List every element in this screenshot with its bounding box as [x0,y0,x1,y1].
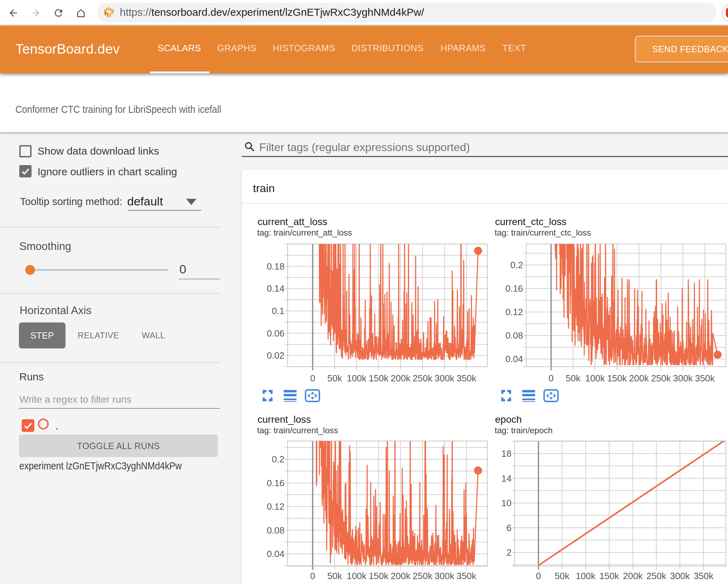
svg-text:0.02: 0.02 [267,350,284,361]
svg-text:10: 10 [501,498,511,508]
svg-text:50k: 50k [327,373,342,383]
svg-text:0.12: 0.12 [505,307,523,317]
svg-text:200k: 200k [391,571,411,581]
svg-text:250k: 250k [646,571,666,581]
svg-text:50k: 50k [327,571,342,581]
svg-text:250k: 250k [651,373,671,383]
svg-text:100k: 100k [576,571,596,581]
svg-text:2: 2 [507,547,511,558]
svg-text:350k: 350k [456,373,476,383]
svg-text:200k: 200k [391,373,411,383]
svg-text:6: 6 [507,523,511,533]
svg-text:300k: 300k [670,571,690,581]
svg-text:18: 18 [501,448,511,459]
svg-text:0: 0 [536,571,541,581]
svg-text:300k: 300k [435,571,455,581]
svg-text:100k: 100k [347,571,367,581]
svg-text:0: 0 [549,373,554,383]
svg-text:0.12: 0.12 [267,501,284,512]
svg-text:0: 0 [310,373,315,383]
svg-text:350k: 350k [456,571,476,581]
svg-text:0.16: 0.16 [267,478,284,488]
svg-text:150k: 150k [369,571,389,581]
svg-text:0.16: 0.16 [505,283,523,294]
svg-text:0.04: 0.04 [505,354,523,364]
svg-text:300k: 300k [673,373,693,383]
svg-text:200k: 200k [629,373,649,383]
svg-text:0: 0 [310,571,315,581]
svg-text:0.18: 0.18 [267,261,284,272]
svg-text:0.08: 0.08 [267,525,284,536]
svg-text:50k: 50k [555,571,570,581]
svg-text:14: 14 [501,473,511,484]
svg-text:100k: 100k [585,373,605,383]
svg-text:200k: 200k [623,571,643,581]
svg-text:0.08: 0.08 [505,330,523,341]
svg-text:350k: 350k [694,571,714,581]
svg-text:100k: 100k [347,373,367,383]
svg-text:150k: 150k [599,571,619,581]
svg-text:50k: 50k [566,373,581,383]
svg-text:0.1: 0.1 [272,306,284,316]
svg-text:0.2: 0.2 [272,454,284,464]
svg-text:300k: 300k [435,373,455,383]
svg-text:150k: 150k [369,373,389,383]
svg-text:250k: 250k [413,373,433,383]
svg-text:0.14: 0.14 [267,283,284,294]
svg-text:0.04: 0.04 [267,549,284,559]
svg-text:150k: 150k [607,373,627,383]
svg-text:250k: 250k [413,571,433,581]
svg-text:0.2: 0.2 [510,260,523,270]
svg-text:350k: 350k [695,373,715,383]
svg-text:0.06: 0.06 [267,328,284,339]
